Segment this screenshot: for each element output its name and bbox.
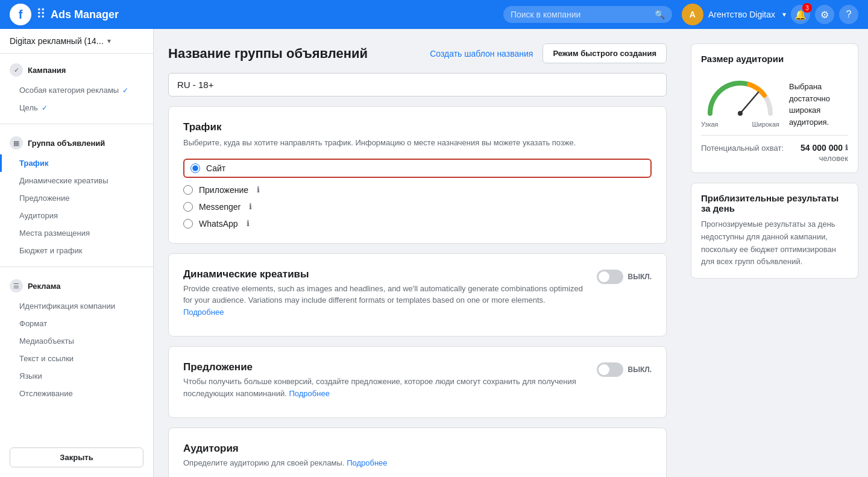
app-title: Ads Manager: [51, 8, 119, 21]
sidebar-item-budget[interactable]: Бюджет и график: [0, 242, 153, 259]
offer-card: Предложение Чтобы получить больше конвер…: [168, 346, 667, 418]
nav-right: A Агентство Digitax ▾ 🔔 3 ⚙ ?: [682, 4, 858, 25]
sidebar-label: Особая категория рекламы: [19, 86, 119, 95]
info-icon-messenger[interactable]: ℹ: [249, 202, 252, 211]
sidebar-label: Места размещения: [19, 229, 90, 238]
sidebar-item-tracking[interactable]: Отслеживание: [0, 385, 153, 402]
adgroup-icon: ▦: [10, 136, 23, 150]
sidebar-item-format[interactable]: Формат: [0, 315, 153, 332]
radio-option-messenger[interactable]: Messenger ℹ: [183, 202, 652, 212]
sidebar-label: Идентификация компании: [19, 302, 115, 311]
facebook-logo: f: [10, 4, 31, 25]
radio-site[interactable]: [190, 163, 200, 173]
ads-icon: ☰: [10, 279, 23, 292]
tab-saved-audience[interactable]: Используйте сохраненную аудиторию ▾: [320, 475, 495, 477]
sidebar-label: Формат: [19, 319, 47, 328]
search-bar[interactable]: 🔍: [503, 6, 672, 23]
check-icon: ✓: [42, 104, 48, 112]
sidebar-label: Аудитория: [19, 211, 58, 220]
radio-label-whatsapp: WhatsApp: [199, 219, 238, 229]
sidebar-item-special-category[interactable]: Особая категория рекламы ✓: [0, 81, 153, 99]
radio-label-app: Приложение: [199, 185, 248, 195]
divider: [0, 124, 153, 124]
ads-title: Реклама: [28, 282, 60, 291]
quick-create-button[interactable]: Режим быстрого создания: [542, 43, 667, 63]
close-button[interactable]: Закрыть: [10, 447, 143, 467]
info-icon[interactable]: ℹ: [845, 144, 848, 152]
tab-new-audience[interactable]: Создайте новую аудиторию: [183, 475, 320, 477]
offer-link[interactable]: Подробнее: [289, 389, 329, 398]
dynamic-creatives-link[interactable]: Подробнее: [183, 308, 224, 317]
check-icon: ✓: [122, 86, 128, 95]
apps-icon[interactable]: ⠿: [36, 7, 46, 22]
top-nav: f ⠿ Ads Manager 🔍 A Агентство Digitax ▾ …: [0, 0, 868, 29]
radio-app[interactable]: [183, 185, 193, 195]
audience-size-card: Размер аудитории Узкая: [691, 43, 858, 173]
sidebar-item-traffic[interactable]: Трафик: [0, 154, 153, 172]
search-input[interactable]: [511, 10, 651, 19]
radio-option-whatsapp[interactable]: WhatsApp ℹ: [183, 219, 652, 229]
notification-badge: 3: [802, 3, 812, 13]
layout: Digitax рекламный (14... ▾ ✓ Кампания Ос…: [0, 29, 868, 477]
sidebar-item-offer[interactable]: Предложение: [0, 189, 153, 207]
audience-link[interactable]: Подробнее: [347, 458, 387, 467]
sidebar-item-text-links[interactable]: Текст и ссылки: [0, 350, 153, 367]
sidebar-section-campaign: ✓ Кампания Особая категория рекламы ✓ Це…: [0, 54, 153, 121]
sidebar-account[interactable]: Digitax рекламный (14... ▾: [0, 29, 153, 54]
sidebar-item-media[interactable]: Медиаобъекты: [0, 332, 153, 350]
radio-label-messenger: Messenger: [199, 202, 241, 212]
notifications-icon[interactable]: 🔔 3: [791, 5, 810, 24]
dynamic-creatives-content: Динамические креативы Provide creative e…: [183, 268, 587, 322]
reach-row: Потенциальный охват: 54 000 000 ℹ: [701, 135, 848, 153]
user-menu-chevron[interactable]: ▾: [782, 10, 786, 19]
traffic-card: Трафик Выберите, куда вы хотите направля…: [168, 106, 667, 244]
offer-toggle-row: Предложение Чтобы получить больше конвер…: [183, 361, 652, 403]
info-icon-app[interactable]: ℹ: [257, 185, 260, 194]
dynamic-creatives-card: Динамические креативы Provide creative e…: [168, 253, 667, 337]
traffic-options: Сайт Приложение ℹ Messenger ℹ WhatsApp ℹ: [183, 159, 652, 229]
gauge-label-wide: Широкая: [752, 121, 779, 128]
radio-messenger[interactable]: [183, 202, 193, 212]
audience-tabs: Создайте новую аудиторию Используйте сох…: [183, 475, 652, 477]
divider: [0, 267, 153, 267]
right-panel: Размер аудитории Узкая: [681, 29, 868, 477]
sidebar-item-dynamic-creatives[interactable]: Динамические креативы: [0, 172, 153, 189]
sidebar-item-languages[interactable]: Языки: [0, 367, 153, 385]
account-chevron[interactable]: ▾: [107, 37, 111, 45]
sidebar-section-adgroup: ▦ Группа объявлений Трафик Динамические …: [0, 127, 153, 264]
sidebar-item-goal[interactable]: Цель ✓: [0, 99, 153, 116]
gauge-svg: [701, 71, 779, 116]
traffic-title: Трафик: [183, 121, 652, 133]
help-icon[interactable]: ?: [839, 5, 858, 24]
radio-whatsapp[interactable]: [183, 219, 193, 229]
dynamic-creatives-toggle[interactable]: [597, 270, 623, 284]
create-template-link[interactable]: Создать шаблон названия: [430, 49, 533, 58]
sidebar: Digitax рекламный (14... ▾ ✓ Кампания Ос…: [0, 29, 154, 477]
offer-title: Предложение: [183, 361, 587, 373]
sidebar-label: Трафик: [19, 159, 49, 168]
svg-line-0: [740, 92, 758, 113]
offer-toggle[interactable]: [597, 362, 623, 377]
reach-label: Потенциальный охват:: [701, 144, 784, 153]
radio-option-site[interactable]: Сайт: [183, 159, 652, 178]
sidebar-item-company-id[interactable]: Идентификация компании: [0, 297, 153, 315]
gauge-label-narrow: Узкая: [701, 121, 719, 128]
ads-header: ☰ Реклама: [0, 274, 153, 297]
offer-toggle-label: ВЫКЛ.: [628, 365, 652, 374]
adgroup-title: Группа объявлений: [28, 139, 105, 148]
results-desc: Прогнозируемые результаты за день недост…: [701, 218, 848, 268]
group-name-input[interactable]: [168, 73, 667, 96]
sidebar-label: Динамические креативы: [19, 176, 108, 185]
info-icon-whatsapp[interactable]: ℹ: [247, 219, 250, 228]
sidebar-item-audience[interactable]: Аудитория: [0, 207, 153, 224]
toggle-slider: [597, 270, 623, 284]
settings-icon[interactable]: ⚙: [815, 5, 834, 24]
gauge-labels: Узкая Широкая: [701, 121, 779, 128]
audience-size-title: Размер аудитории: [701, 54, 848, 64]
radio-option-app[interactable]: Приложение ℹ: [183, 185, 652, 195]
gauge-container: Узкая Широкая Выбрана достаточно широкая…: [701, 71, 848, 128]
page-title: Название группы объявлений: [168, 46, 368, 62]
svg-point-1: [738, 111, 743, 116]
gauge-text: Выбрана достаточно широкая аудитория.: [789, 81, 848, 128]
sidebar-item-placements[interactable]: Места размещения: [0, 224, 153, 242]
